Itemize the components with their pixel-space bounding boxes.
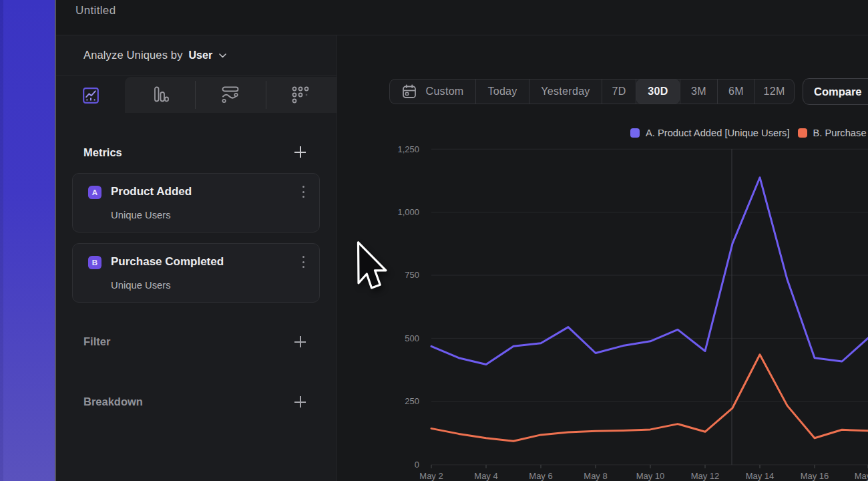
svg-text:May 14: May 14 [746, 471, 775, 481]
svg-text:May 12: May 12 [691, 471, 720, 481]
svg-text:May 10: May 10 [636, 471, 665, 481]
svg-text:May 6: May 6 [529, 471, 552, 481]
svg-text:250: 250 [405, 396, 419, 406]
svg-text:1,250: 1,250 [397, 144, 419, 154]
svg-text:0: 0 [415, 460, 419, 470]
svg-text:May 16: May 16 [801, 471, 829, 481]
svg-text:500: 500 [405, 333, 419, 343]
svg-text:May 18: May 18 [855, 471, 868, 481]
svg-text:May 8: May 8 [584, 471, 607, 481]
svg-text:May 2: May 2 [419, 471, 443, 481]
svg-text:750: 750 [405, 270, 419, 280]
svg-text:May 4: May 4 [474, 471, 497, 481]
svg-text:1,000: 1,000 [397, 207, 419, 217]
